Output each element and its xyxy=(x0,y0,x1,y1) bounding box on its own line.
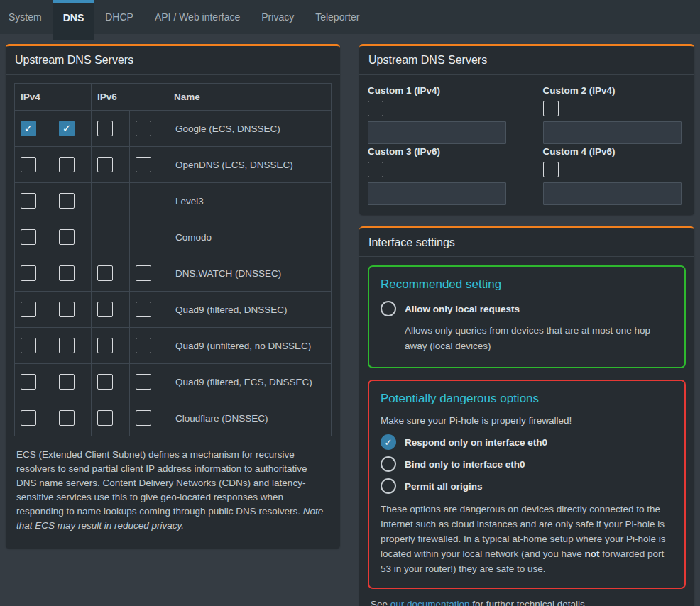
panel-title: Interface settings xyxy=(359,228,694,257)
quad9-unfiltered-no-dnssec-ipv6-secondary-checkbox[interactable] xyxy=(136,338,151,353)
dns-server-row: Quad9 (filtered, DNSSEC) xyxy=(15,292,332,328)
firewall-warning: Make sure your Pi-hole is properly firew… xyxy=(381,415,673,426)
dns-watch-dnssec-ipv4-primary-checkbox[interactable] xyxy=(21,265,36,281)
dns-server-row: Cloudflare (DNSSEC) xyxy=(15,400,332,436)
radio-label: Permit all origins xyxy=(405,481,483,492)
quad9-unfiltered-no-dnssec-ipv4-secondary-checkbox[interactable] xyxy=(59,338,75,353)
level3-ipv4-secondary-checkbox[interactable] xyxy=(59,193,75,209)
settings-content: Upstream DNS Servers IPv4 IPv6 Name xyxy=(0,34,700,606)
recommended-setting-box: Recommended setting Allow only local req… xyxy=(368,265,686,368)
custom-2-address-input[interactable] xyxy=(543,121,682,144)
google-ecs-dnssec-ipv6-secondary-checkbox[interactable] xyxy=(136,121,151,136)
quad9-filtered-ecs-dnssec-ipv6-secondary-checkbox[interactable] xyxy=(136,374,151,390)
panel-title: Upstream DNS Servers xyxy=(359,46,694,75)
cloudflare-dnssec-ipv6-secondary-checkbox[interactable] xyxy=(136,410,151,426)
radio-label: Bind only to interface eth0 xyxy=(405,459,525,470)
dangerous-options-note: These options are dangerous on devices d… xyxy=(381,502,673,576)
radio-label: Respond only on interface eth0 xyxy=(405,437,547,448)
permit-all-origins-radio[interactable] xyxy=(381,478,396,494)
documentation-link[interactable]: our documentation xyxy=(390,599,470,606)
quad9-filtered-dnssec-ipv6-secondary-checkbox[interactable] xyxy=(136,302,151,317)
bind-only-to-interface-eth0-radio[interactable] xyxy=(381,456,396,472)
custom-3-address-input[interactable] xyxy=(368,182,506,205)
opendns-ecs-dnssec-ipv6-secondary-checkbox[interactable] xyxy=(136,157,151,172)
custom-dns-label: Custom 1 (IPv4) xyxy=(368,85,511,96)
tab-dhcp[interactable]: DHCP xyxy=(94,0,144,34)
recommended-setting-heading: Recommended setting xyxy=(381,277,673,292)
dns-server-row: Quad9 (filtered, ECS, DNSSEC) xyxy=(15,364,332,400)
tab-system[interactable]: System xyxy=(0,0,53,34)
google-ecs-dnssec-ipv4-secondary-checkbox[interactable]: ✓ xyxy=(59,121,75,136)
radio-row-bind-only-to-interface-eth0[interactable]: Bind only to interface eth0 xyxy=(381,456,673,472)
local-requests-radio[interactable] xyxy=(381,301,396,316)
dangerous-options: ✓Respond only on interface eth0Bind only… xyxy=(381,434,673,494)
opendns-ecs-dnssec-ipv4-primary-checkbox[interactable] xyxy=(21,157,36,172)
google-ecs-dnssec-ipv6-primary-checkbox[interactable] xyxy=(97,121,113,136)
quad9-filtered-ecs-dnssec-ipv6-primary-checkbox[interactable] xyxy=(97,374,113,390)
custom-4-address-input[interactable] xyxy=(543,182,682,205)
dns-watch-dnssec-ipv6-secondary-checkbox[interactable] xyxy=(136,265,151,281)
dns-server-row: Level3 xyxy=(15,183,332,219)
dns-server-name: Quad9 (filtered, DNSSEC) xyxy=(168,292,332,328)
cloudflare-dnssec-ipv4-secondary-checkbox[interactable] xyxy=(59,410,75,426)
tab-privacy[interactable]: Privacy xyxy=(251,0,305,34)
dns-server-row: Comodo xyxy=(15,219,332,255)
custom-dns-field-3: Custom 3 (IPv6) xyxy=(368,144,511,205)
dns-server-name: OpenDNS (ECS, DNSSEC) xyxy=(168,147,332,183)
comodo-ipv4-primary-checkbox[interactable] xyxy=(21,229,36,245)
comodo-ipv4-secondary-checkbox[interactable] xyxy=(59,229,75,245)
cloudflare-dnssec-ipv4-primary-checkbox[interactable] xyxy=(21,410,36,426)
level3-ipv4-primary-checkbox[interactable] xyxy=(21,193,36,209)
docs-text: See xyxy=(371,599,390,606)
column-header-name: Name xyxy=(168,84,332,111)
quad9-filtered-dnssec-ipv4-primary-checkbox[interactable] xyxy=(21,302,36,317)
dns-server-name: Google (ECS, DNSSEC) xyxy=(168,111,332,147)
cloudflare-dnssec-ipv6-primary-checkbox[interactable] xyxy=(97,410,113,426)
settings-tabs: SystemDNSDHCPAPI / Web interfacePrivacyT… xyxy=(0,0,700,34)
dns-server-row: Quad9 (unfiltered, no DNSSEC) xyxy=(15,328,332,364)
dns-watch-dnssec-ipv6-primary-checkbox[interactable] xyxy=(97,265,113,281)
quad9-filtered-ecs-dnssec-ipv4-secondary-checkbox[interactable] xyxy=(59,374,75,390)
custom-dns-label: Custom 2 (IPv4) xyxy=(543,85,687,96)
dns-table-body: ✓✓Google (ECS, DNSSEC)OpenDNS (ECS, DNSS… xyxy=(15,111,332,436)
custom-3-enable-checkbox[interactable] xyxy=(368,162,383,177)
custom-4-enable-checkbox[interactable] xyxy=(543,162,559,177)
docs-text: for further technical details. xyxy=(470,599,588,606)
upstream-dns-table-panel: Upstream DNS Servers IPv4 IPv6 Name xyxy=(6,44,340,549)
tab-dns[interactable]: DNS xyxy=(53,0,95,40)
quad9-unfiltered-no-dnssec-ipv6-primary-checkbox[interactable] xyxy=(97,338,113,353)
dns-server-name: Quad9 (unfiltered, no DNSSEC) xyxy=(168,328,332,364)
dns-server-name: Comodo xyxy=(168,219,332,255)
radio-row-permit-all-origins[interactable]: Permit all origins xyxy=(381,478,673,494)
dns-server-name: Quad9 (filtered, ECS, DNSSEC) xyxy=(168,364,332,400)
opendns-ecs-dnssec-ipv6-primary-checkbox[interactable] xyxy=(97,157,113,172)
dns-server-name: Cloudflare (DNSSEC) xyxy=(168,400,332,436)
respond-only-on-interface-eth0-radio[interactable]: ✓ xyxy=(381,434,396,450)
documentation-line: See our documentation for further techni… xyxy=(368,589,686,606)
quad9-unfiltered-no-dnssec-ipv4-primary-checkbox[interactable] xyxy=(21,338,36,353)
custom-1-enable-checkbox[interactable] xyxy=(368,101,383,116)
custom-dns-field-2: Custom 2 (IPv4) xyxy=(543,83,687,144)
tab-teleporter[interactable]: Teleporter xyxy=(305,0,370,34)
radio-row-local-requests[interactable]: Allow only local requests xyxy=(381,301,673,316)
custom-1-address-input[interactable] xyxy=(368,121,506,144)
custom-dns-label: Custom 4 (IPv6) xyxy=(543,146,687,157)
radio-label: Allow only local requests xyxy=(405,304,520,314)
custom-2-enable-checkbox[interactable] xyxy=(543,101,559,116)
dns-watch-dnssec-ipv4-secondary-checkbox[interactable] xyxy=(59,265,75,281)
radio-row-respond-only-on-interface-eth0[interactable]: ✓Respond only on interface eth0 xyxy=(381,434,673,450)
tab-api-web-interface[interactable]: API / Web interface xyxy=(144,0,251,34)
google-ecs-dnssec-ipv4-primary-checkbox[interactable]: ✓ xyxy=(21,121,36,136)
column-header-ipv4: IPv4 xyxy=(15,84,92,111)
dangerous-options-box: Potentially dangerous options Make sure … xyxy=(368,380,686,589)
interface-settings-panel: Interface settings Recommended setting A… xyxy=(359,226,694,606)
local-requests-description: Allows only queries from devices that ar… xyxy=(405,323,673,354)
quad9-filtered-dnssec-ipv6-primary-checkbox[interactable] xyxy=(97,302,113,317)
right-column: Upstream DNS Servers Custom 1 (IPv4)Cust… xyxy=(359,44,694,606)
ecs-note-text: ECS (Extended Client Subnet) defines a m… xyxy=(16,449,307,517)
ecs-note: ECS (Extended Client Subnet) defines a m… xyxy=(16,448,329,533)
upstream-dns-table: IPv4 IPv6 Name ✓✓Google (ECS, DNSSEC)Ope… xyxy=(14,83,332,436)
quad9-filtered-ecs-dnssec-ipv4-primary-checkbox[interactable] xyxy=(21,374,36,390)
opendns-ecs-dnssec-ipv4-secondary-checkbox[interactable] xyxy=(59,157,75,172)
quad9-filtered-dnssec-ipv4-secondary-checkbox[interactable] xyxy=(59,302,75,317)
